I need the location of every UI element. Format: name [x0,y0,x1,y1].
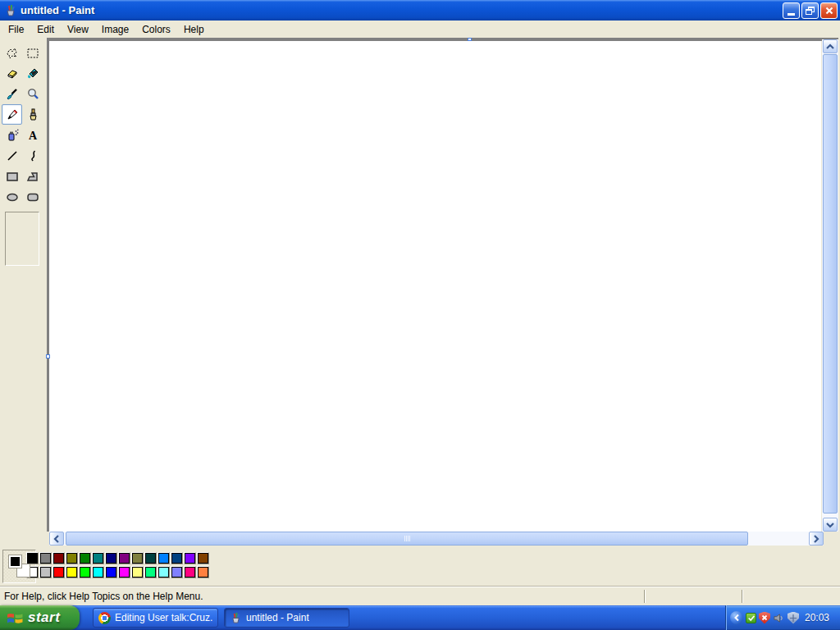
fill-with-color-tool[interactable] [22,63,43,84]
select-tool[interactable] [22,43,43,63]
color-swatch[interactable] [197,566,209,578]
scroll-right-button[interactable] [809,532,824,546]
menu-bar: File Edit View Image Colors Help [0,21,840,38]
free-form-select-tool[interactable] [2,43,22,63]
polygon-tool[interactable] [22,166,43,186]
color-palette-row [26,552,209,564]
volume-speaker-icon[interactable] [773,612,785,624]
brush-tool[interactable] [22,104,43,125]
color-swatch[interactable] [39,566,52,578]
rectangle-icon [6,170,19,183]
color-swatch[interactable] [184,552,196,564]
paint-cup-icon [230,612,242,624]
restore-icon [806,7,815,15]
text-tool[interactable]: A [22,125,43,145]
close-icon [824,6,834,16]
color-swatch[interactable] [144,566,157,578]
color-swatch[interactable] [66,566,78,578]
rectangle-tool[interactable] [2,166,22,186]
color-swatch[interactable] [144,552,157,564]
color-swatch[interactable] [131,566,144,578]
paint-canvas[interactable] [49,41,821,532]
taskbar-clock: 20:03 [805,612,829,623]
polygon-icon [26,170,39,183]
horizontal-scroll-thumb[interactable] [66,532,748,546]
color-swatch[interactable] [39,552,52,564]
color-swatch[interactable] [105,552,117,564]
color-swatch[interactable] [52,566,65,578]
svg-text:A: A [28,130,37,142]
status-text: For Help, click Help Topics on the Help … [0,591,203,602]
tool-palette: A [2,43,43,207]
pencil-tool[interactable] [2,104,22,125]
color-swatch[interactable] [118,552,130,564]
airbrush-icon [6,129,19,142]
menu-colors[interactable]: Colors [135,22,177,37]
client-area: A [0,38,840,587]
hide-tray-icons-chevron[interactable] [730,611,743,624]
task-label: Editing User talk:Cruz... [115,612,212,623]
taskbar-task-paint[interactable]: untitled - Paint [224,608,349,628]
color-swatch[interactable] [79,566,91,578]
airbrush-tool[interactable] [2,125,22,145]
color-palette-row [26,566,209,578]
scroll-up-button[interactable] [823,39,838,53]
start-button[interactable]: start [0,605,80,630]
restore-button[interactable] [801,2,819,19]
menu-view[interactable]: View [61,22,95,37]
rounded-rectangle-tool[interactable] [22,186,43,207]
ellipse-tool[interactable] [2,186,22,207]
pick-color-tool[interactable] [2,84,22,104]
horizontal-scrollbar[interactable] [49,532,824,546]
color-swatch[interactable] [105,566,117,578]
color-swatch[interactable] [158,566,170,578]
color-swatch[interactable] [52,552,65,564]
color-swatch[interactable] [79,552,91,564]
windows-security-shield-icon[interactable] [788,612,799,624]
line-tool[interactable] [2,145,22,166]
curve-tool[interactable] [22,145,43,166]
color-swatch[interactable] [158,552,170,564]
magnifier-tool[interactable] [22,84,43,104]
color-swatch[interactable] [197,552,209,564]
eyedropper-icon [6,88,19,101]
color-swatch[interactable] [131,552,144,564]
color-swatch[interactable] [171,552,183,564]
canvas-handle-dot [46,354,50,358]
menu-file[interactable]: File [2,22,30,37]
chevron-down-icon [825,522,835,528]
tool-options-panel[interactable] [5,212,39,266]
magnifier-icon [26,88,39,101]
curve-icon [26,149,39,162]
color-swatch[interactable] [184,566,196,578]
security-alert-red-shield-icon[interactable] [759,612,770,624]
chevron-left-icon [53,534,60,544]
color-swatch[interactable] [26,552,39,564]
color-swatch[interactable] [118,566,130,578]
close-button[interactable] [820,2,838,19]
vertical-scrollbar[interactable] [822,39,838,532]
menu-edit[interactable]: Edit [30,22,61,37]
statusbar-divider [742,590,743,603]
ellipse-icon [6,190,19,203]
rounded-rectangle-icon [26,190,39,203]
vertical-scroll-thumb[interactable] [823,54,838,514]
chevron-up-icon [825,43,835,50]
minimize-button[interactable] [783,2,800,19]
minimize-icon [788,13,795,16]
taskbar-task-browser[interactable]: Editing User talk:Cruz... [93,608,218,628]
color-swatch[interactable] [66,552,78,564]
color-swatch[interactable] [92,566,104,578]
taskbar: start Editing User talk:Cruz... untitled… [0,605,840,630]
menu-image[interactable]: Image [95,22,135,37]
title-bar: untitled - Paint [0,0,840,21]
color-swatch[interactable] [92,552,104,564]
scroll-left-button[interactable] [49,532,64,546]
eraser-tool[interactable] [2,63,22,84]
menu-help[interactable]: Help [177,22,211,37]
color-swatch[interactable] [171,566,183,578]
security-update-green-shield-icon[interactable] [746,613,756,623]
fill-bucket-icon [26,67,39,80]
scroll-down-button[interactable] [823,518,838,532]
eraser-icon [6,67,19,80]
